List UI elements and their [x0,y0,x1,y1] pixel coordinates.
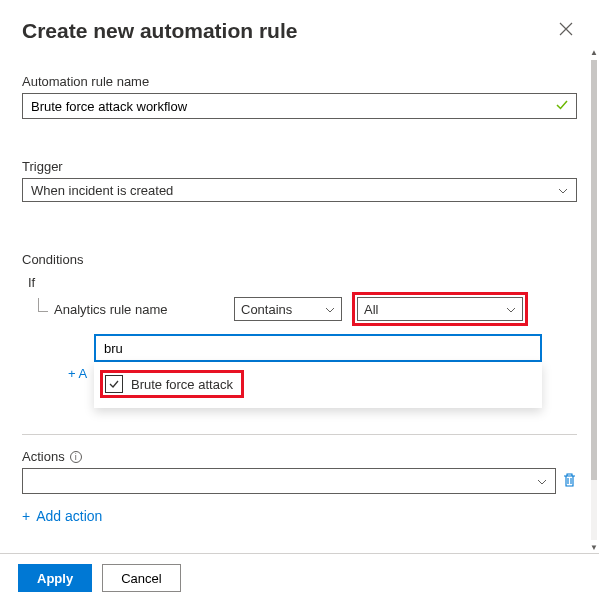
trigger-value: When incident is created [31,183,173,198]
check-icon [555,98,569,115]
close-icon [559,22,573,36]
check-icon [108,378,120,390]
scrollbar[interactable] [591,60,597,540]
chevron-down-icon [537,476,547,487]
action-select[interactable] [22,468,556,494]
cancel-button[interactable]: Cancel [102,564,180,592]
scroll-up-arrow[interactable]: ▲ [590,48,598,57]
if-label: If [28,275,577,290]
tree-connector [38,298,48,312]
apply-button[interactable]: Apply [18,564,92,592]
condition-search-input[interactable] [94,334,542,362]
dropdown-option[interactable]: Brute force attack [100,370,244,398]
page-title: Create new automation rule [22,19,297,43]
operator-value: Contains [241,302,292,317]
condition-dropdown: + A Brute force attack [94,362,542,408]
close-button[interactable] [555,18,577,44]
add-condition-partial[interactable]: + A [68,366,87,381]
divider [22,434,577,435]
footer: Apply Cancel [0,553,599,602]
conditions-label: Conditions [22,252,577,267]
plus-icon: + [22,508,30,524]
rule-name-label: Automation rule name [22,74,577,89]
scope-highlight: All [352,292,528,326]
trigger-select[interactable]: When incident is created [22,178,577,202]
chevron-down-icon [506,304,516,315]
info-icon[interactable]: i [70,451,82,463]
option-label: Brute force attack [131,377,233,392]
condition-scope-select[interactable]: All [357,297,523,321]
trash-icon [562,472,577,488]
rule-name-input[interactable] [22,93,577,119]
trigger-label: Trigger [22,159,577,174]
add-action-label: Add action [36,508,102,524]
delete-action-button[interactable] [562,472,577,491]
scroll-down-arrow[interactable]: ▼ [590,543,598,552]
actions-label: Actions [22,449,65,464]
add-action-button[interactable]: + Add action [22,508,102,524]
scrollbar-thumb[interactable] [591,60,597,480]
option-checkbox[interactable] [105,375,123,393]
chevron-down-icon [325,304,335,315]
condition-operator-select[interactable]: Contains [234,297,342,321]
condition-field-label: Analytics rule name [54,302,234,317]
chevron-down-icon [558,185,568,196]
scope-value: All [364,302,378,317]
